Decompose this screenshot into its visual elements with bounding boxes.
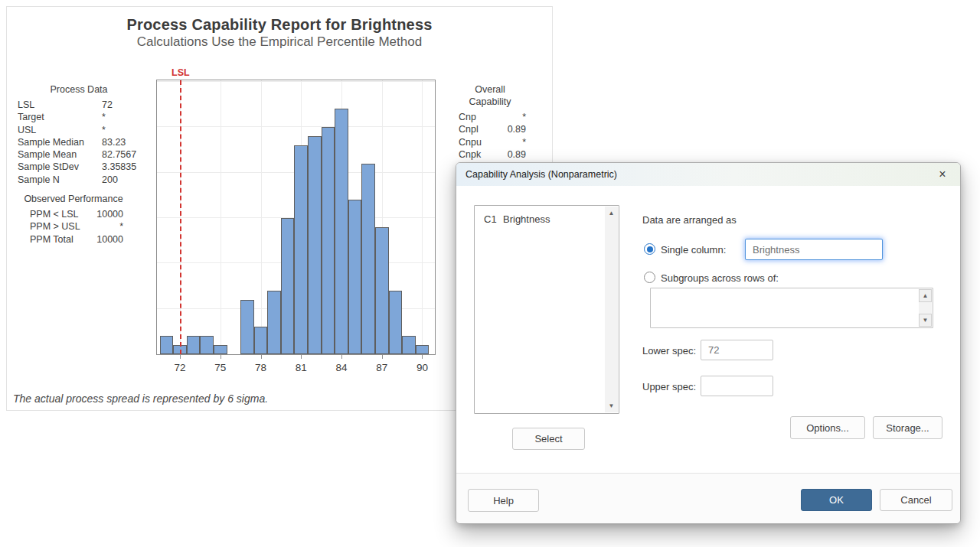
stat-label: PPM > USL (24, 220, 119, 233)
stat-value: 200 (102, 174, 140, 186)
storage-button[interactable]: Storage... (873, 416, 942, 439)
lsl-label: LSL (172, 67, 190, 78)
histogram-bar (308, 136, 322, 354)
subgroups-textarea[interactable]: ▲ ▼ (650, 288, 933, 328)
upper-spec-input[interactable] (701, 376, 773, 396)
single-column-value: Brightness (753, 244, 799, 256)
x-tick-label: 87 (371, 362, 394, 373)
capability-analysis-dialog: Capability Analysis (Nonparametric) × C1… (456, 162, 961, 524)
dialog-title: Capability Analysis (Nonparametric) (466, 169, 934, 180)
stat-row: Cnpu* (454, 136, 526, 148)
ok-button[interactable]: OK (801, 489, 872, 511)
stat-value: * (522, 136, 526, 148)
stat-label: Cnpk (459, 148, 508, 161)
observed-performance-rows: PPM < LSL10000PPM > USL*PPM Total10000 (24, 208, 123, 246)
stat-row: Sample Median83.23 (18, 136, 140, 148)
stat-label: PPM < LSL (24, 208, 96, 220)
x-tick (422, 355, 423, 359)
stat-label: Cnp (459, 111, 522, 123)
subgroups-label[interactable]: Subgroups across rows of: (661, 272, 779, 284)
overall-capability-rows: Cnp*Cnpl0.89Cnpu*Cnpk0.89 (454, 111, 526, 161)
stat-value: 0.89 (508, 148, 526, 161)
scroll-down-icon[interactable]: ▼ (605, 399, 618, 412)
report-title: Process Capability Report for Brightness (7, 16, 552, 34)
histogram-bar (187, 336, 201, 354)
select-button[interactable]: Select (512, 428, 585, 450)
stat-row: PPM < LSL10000 (24, 208, 123, 220)
stat-value: 72 (102, 99, 140, 111)
histogram-bar (214, 345, 227, 354)
column-id: C1 (484, 213, 503, 225)
x-tick-label: 72 (168, 362, 191, 373)
cancel-button[interactable]: Cancel (880, 489, 952, 511)
options-button[interactable]: Options... (790, 416, 865, 439)
subgroups-radio[interactable] (644, 272, 655, 283)
dialog-titlebar[interactable]: Capability Analysis (Nonparametric) × (456, 163, 960, 186)
stat-label: Sample N (18, 174, 102, 186)
stat-value: * (102, 111, 140, 123)
x-tick (261, 355, 262, 359)
stat-row: Sample N200 (18, 174, 140, 186)
histogram-bar (240, 300, 254, 354)
help-button[interactable]: Help (468, 489, 539, 512)
histogram-bar (322, 127, 335, 354)
histogram-bar (200, 336, 214, 354)
stat-value: * (102, 124, 140, 136)
stat-row: PPM Total10000 (24, 233, 123, 246)
x-tick (220, 355, 221, 359)
columns-listbox[interactable]: C1Brightness ▲ ▼ (474, 205, 619, 414)
single-column-input[interactable]: Brightness (745, 239, 883, 260)
subgroups-scrollbar[interactable]: ▲ ▼ (919, 289, 932, 327)
scroll-down-icon[interactable]: ▼ (919, 314, 932, 327)
data-arranged-label: Data are arranged as (642, 214, 737, 226)
list-item-c1-brightness[interactable]: C1Brightness (484, 213, 550, 225)
x-tick (301, 355, 302, 359)
scroll-up-icon[interactable]: ▲ (919, 289, 932, 302)
close-icon[interactable]: × (934, 166, 951, 183)
x-tick (180, 355, 181, 359)
histogram-bar (267, 291, 281, 354)
stat-value: 0.89 (508, 123, 526, 135)
x-tick-label: 81 (289, 362, 312, 373)
stat-row: Cnpk0.89 (454, 148, 526, 161)
histogram-bar (335, 109, 348, 354)
x-tick (341, 355, 342, 359)
process-data-panel: Process Data LSL72Target*USL*Sample Medi… (18, 83, 140, 186)
stat-label: Target (18, 111, 102, 123)
histogram-bar (348, 200, 362, 354)
x-tick-label: 84 (330, 362, 353, 373)
single-column-label[interactable]: Single column: (661, 244, 726, 256)
lower-spec-input[interactable]: 72 (701, 340, 773, 360)
stat-row: USL* (18, 124, 140, 136)
lsl-reference-line (180, 80, 181, 354)
report-footnote: The actual process spread is represented… (13, 392, 268, 405)
stat-row: PPM > USL* (24, 220, 123, 233)
stat-row: Sample Mean82.7567 (18, 148, 140, 161)
lower-spec-value: 72 (708, 344, 719, 356)
stat-row: Target* (18, 111, 140, 123)
stat-label: Sample StDev (18, 161, 102, 173)
histogram-bar (254, 327, 268, 354)
stat-value: 10000 (96, 233, 123, 246)
stat-value: 83.23 (102, 136, 140, 148)
process-data-rows: LSL72Target*USL*Sample Median83.23Sample… (18, 99, 140, 186)
x-tick (382, 355, 383, 359)
stat-label: PPM Total (24, 233, 96, 246)
histogram-bar (281, 218, 295, 354)
screen: Process Capability Report for Brightness… (0, 0, 980, 547)
report-subtitle: Calculations Use the Empirical Percentil… (7, 34, 552, 50)
stat-value: 82.7567 (102, 148, 140, 161)
lower-spec-label: Lower spec: (642, 345, 696, 357)
listbox-scrollbar[interactable]: ▲ ▼ (605, 207, 618, 412)
overall-capability-heading: Overall Capability (454, 83, 526, 108)
stat-row: Cnpl0.89 (454, 123, 526, 135)
single-column-radio[interactable] (644, 243, 655, 255)
histogram-plot: 72757881848790LSL (156, 80, 436, 355)
stat-row: Cnp* (454, 111, 526, 123)
x-gridline (220, 80, 221, 354)
process-data-heading: Process Data (18, 83, 140, 96)
scroll-up-icon[interactable]: ▲ (605, 207, 618, 220)
histogram-bar (294, 145, 308, 354)
x-tick-label: 78 (250, 362, 273, 373)
histogram-bar (375, 227, 389, 354)
